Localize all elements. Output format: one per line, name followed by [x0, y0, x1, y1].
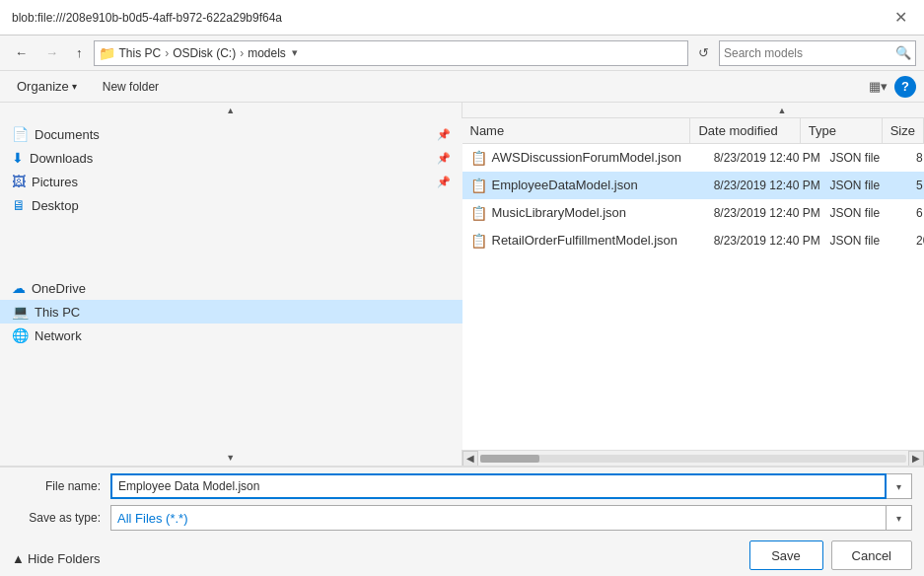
hscroll-right-button[interactable]: ▶ [908, 451, 924, 467]
savetype-display: All Files (*.*) [110, 505, 887, 531]
new-folder-button[interactable]: New folder [94, 75, 168, 99]
file-name-music: 📋 MusicLibraryModel.json [462, 205, 706, 221]
file-list: 📋 AWSDiscussionForumModel.json 8/23/2019… [462, 144, 925, 450]
header-type[interactable]: Type [801, 118, 883, 143]
downloads-label: Downloads [30, 151, 93, 166]
sidebar-item-documents[interactable]: 📄 Documents 📌 [0, 122, 462, 146]
scroll-up-icon: ▲ [226, 103, 235, 118]
refresh-button[interactable]: ↺ [692, 40, 715, 66]
command-bar: Organize ▾ New folder ▦ ▾ ? [0, 71, 924, 103]
search-input[interactable] [724, 46, 895, 60]
thispc-label: This PC [35, 305, 80, 320]
pin-icon-downloads: 📌 [437, 152, 451, 165]
file-size-retail: 20 KB [908, 234, 924, 248]
sidebar-scroll-down[interactable]: ▼ [0, 450, 462, 466]
sep1: › [165, 46, 169, 60]
view-icon: ▦ [869, 79, 881, 94]
savetype-wrap: All Files (*.*) ▾ [110, 505, 912, 531]
hscroll-track[interactable] [480, 455, 907, 463]
sidebar-item-thispc[interactable]: 💻 This PC [0, 300, 462, 324]
file-date-music: 8/23/2019 12:40 PM [706, 206, 822, 220]
header-size[interactable]: Size [883, 118, 924, 143]
sidebar: 📄 Documents 📌 ⬇ Downloads 📌 🖼 Pictures 📌… [0, 118, 462, 450]
file-row-retail[interactable]: 📋 RetailOrderFulfillmentModel.json 8/23/… [462, 227, 925, 254]
filename-input[interactable] [110, 473, 887, 499]
save-form: File name: ▾ Save as type: All Files (*.… [0, 467, 924, 576]
save-button[interactable]: Save [749, 540, 823, 570]
json-icon-music: 📋 [470, 205, 487, 221]
network-label: Network [35, 328, 82, 343]
main-area: ▲ 📄 Documents 📌 ⬇ Downloads 📌 🖼 Pictures… [0, 103, 924, 466]
sidebar-item-pictures[interactable]: 🖼 Pictures 📌 [0, 170, 462, 193]
search-box: 🔍 [719, 40, 916, 66]
hscroll-thumb [480, 455, 539, 463]
sort-arrow-icon: ▲ [778, 106, 787, 115]
documents-label: Documents [35, 127, 100, 142]
file-date-aws: 8/23/2019 12:40 PM [706, 151, 822, 165]
file-name-aws: 📋 AWSDiscussionForumModel.json [462, 150, 706, 166]
crumb-thispc: This PC [119, 46, 162, 60]
file-size-music: 6 KB [908, 206, 924, 220]
file-list-header: Name Date modified Type Size [462, 118, 925, 144]
organize-arrow: ▾ [72, 81, 77, 92]
pin-icon-documents: 📌 [437, 128, 451, 141]
forward-button[interactable]: → [38, 40, 65, 66]
back-button[interactable]: ← [8, 40, 35, 66]
up-button[interactable]: ↑ [69, 40, 90, 66]
file-type-employee: JSON file [822, 179, 908, 192]
file-size-employee: 5 KB [908, 179, 924, 192]
crumb-models: models [248, 46, 286, 60]
filename-label: File name: [12, 479, 110, 493]
json-icon-aws: 📋 [470, 150, 487, 166]
savetype-dropdown-button[interactable]: ▾ [887, 505, 912, 531]
desktop-icon: 🖥 [12, 197, 26, 213]
navigation-toolbar: ← → ↑ 📁 This PC › OSDisk (C:) › models ▾… [0, 36, 924, 71]
file-row-music[interactable]: 📋 MusicLibraryModel.json 8/23/2019 12:40… [462, 199, 925, 227]
header-date[interactable]: Date modified [690, 118, 800, 143]
onedrive-label: OneDrive [32, 281, 86, 296]
file-row-aws[interactable]: 📋 AWSDiscussionForumModel.json 8/23/2019… [462, 144, 925, 172]
title-bar: blob:file:///208e910b-b0d5-4aff-b972-622… [0, 0, 924, 36]
savetype-label: Save as type: [12, 511, 110, 525]
sidebar-item-network[interactable]: 🌐 Network [0, 324, 462, 347]
file-row-employee[interactable]: 📋 EmployeeDataModel.json 8/23/2019 12:40… [462, 172, 925, 199]
hide-folders-link[interactable]: ▲ Hide Folders [12, 551, 101, 566]
pictures-icon: 🖼 [12, 174, 26, 189]
file-date-employee: 8/23/2019 12:40 PM [706, 179, 822, 192]
view-arrow: ▾ [881, 79, 888, 94]
sort-indicator-row: ▲ [462, 103, 925, 118]
organize-label: Organize [17, 79, 69, 94]
close-button[interactable]: ✕ [888, 6, 912, 30]
sidebar-item-downloads[interactable]: ⬇ Downloads 📌 [0, 146, 462, 170]
filename-dropdown-button[interactable]: ▾ [887, 473, 912, 499]
cancel-button[interactable]: Cancel [831, 540, 912, 570]
hscroll-left-button[interactable]: ◀ [462, 451, 478, 467]
sep2: › [240, 46, 244, 60]
header-name[interactable]: Name [462, 118, 691, 143]
sidebar-item-desktop[interactable]: 🖥 Desktop [0, 193, 462, 217]
json-icon-employee: 📋 [470, 178, 487, 193]
file-size-aws: 8 KB [908, 151, 924, 165]
view-toggle-button[interactable]: ▦ ▾ [864, 75, 892, 99]
sidebar-item-onedrive[interactable]: ☁ OneDrive [0, 276, 462, 300]
pictures-label: Pictures [32, 175, 78, 189]
search-icon[interactable]: 🔍 [895, 45, 911, 60]
action-buttons: Save Cancel [12, 537, 912, 570]
help-button[interactable]: ? [894, 76, 916, 98]
downloads-icon: ⬇ [12, 150, 24, 166]
address-dropdown-button[interactable]: ▾ [292, 46, 298, 59]
file-type-aws: JSON file [822, 151, 908, 165]
organize-button[interactable]: Organize ▾ [8, 75, 86, 99]
scroll-down-icon: ▼ [226, 450, 235, 466]
hide-folders-label: Hide Folders [28, 551, 101, 566]
sidebar-region: ▲ 📄 Documents 📌 ⬇ Downloads 📌 🖼 Pictures… [0, 103, 462, 466]
title-text: blob:file:///208e910b-b0d5-4aff-b972-622… [12, 11, 282, 25]
crumb-osdisk: OSDisk (C:) [173, 46, 236, 60]
sidebar-scroll-up[interactable]: ▲ [0, 103, 462, 118]
view-options: ▦ ▾ ? [864, 75, 916, 99]
horizontal-scrollbar[interactable]: ◀ ▶ [462, 450, 925, 466]
bottom-panel: File name: ▾ Save as type: All Files (*.… [0, 466, 924, 576]
address-bar[interactable]: 📁 This PC › OSDisk (C:) › models ▾ [94, 40, 689, 66]
file-date-retail: 8/23/2019 12:40 PM [706, 234, 822, 248]
file-name-retail: 📋 RetailOrderFulfillmentModel.json [462, 233, 706, 249]
